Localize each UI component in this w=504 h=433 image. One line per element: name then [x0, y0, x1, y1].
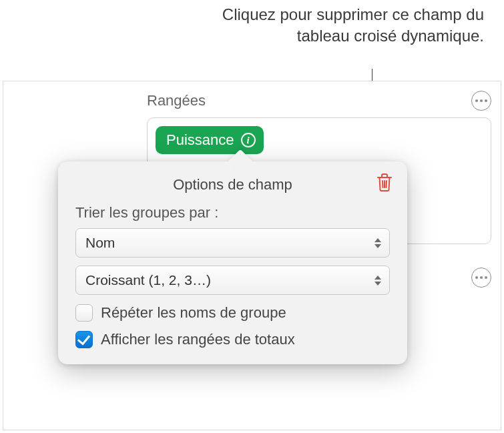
- show-total-rows-label: Afficher les rangées de totaux: [101, 331, 295, 348]
- section-more-button[interactable]: [471, 268, 491, 288]
- sort-order-value: Croissant (1, 2, 3…): [85, 272, 211, 288]
- more-icon: [475, 99, 478, 102]
- field-pill-label: Puissance: [166, 131, 234, 149]
- repeat-group-names-checkbox[interactable]: [75, 304, 93, 322]
- sort-by-select[interactable]: Nom: [75, 228, 390, 258]
- more-icon: [480, 276, 483, 279]
- callout-text: Cliquez pour supprimer ce champ du table…: [177, 4, 484, 47]
- popover-title: Options de champ: [75, 176, 390, 193]
- more-icon: [485, 99, 487, 102]
- more-icon: [475, 276, 478, 279]
- sort-groups-label: Trier les groupes par :: [75, 204, 390, 222]
- stepper-icon: [370, 270, 386, 291]
- more-icon: [485, 276, 487, 279]
- delete-field-button[interactable]: [376, 173, 393, 192]
- stepper-icon: [370, 232, 386, 254]
- rows-section-label: Rangées: [147, 92, 206, 109]
- show-total-rows-checkbox[interactable]: [75, 331, 93, 348]
- trash-icon: [376, 173, 393, 192]
- sort-order-select[interactable]: Croissant (1, 2, 3…): [75, 266, 390, 295]
- more-icon: [480, 99, 483, 102]
- field-pill-puissance[interactable]: Puissance i: [156, 126, 264, 154]
- show-total-rows-row[interactable]: Afficher les rangées de totaux: [75, 331, 390, 348]
- field-options-popover: Options de champ Trier les groupes par :…: [58, 161, 407, 364]
- info-icon[interactable]: i: [241, 133, 256, 147]
- rows-more-button[interactable]: [471, 91, 491, 111]
- repeat-group-names-label: Répéter les noms de groupe: [101, 304, 286, 322]
- sort-by-value: Nom: [85, 235, 115, 251]
- rows-section-header: Rangées: [147, 91, 491, 111]
- repeat-group-names-row[interactable]: Répéter les noms de groupe: [75, 304, 390, 322]
